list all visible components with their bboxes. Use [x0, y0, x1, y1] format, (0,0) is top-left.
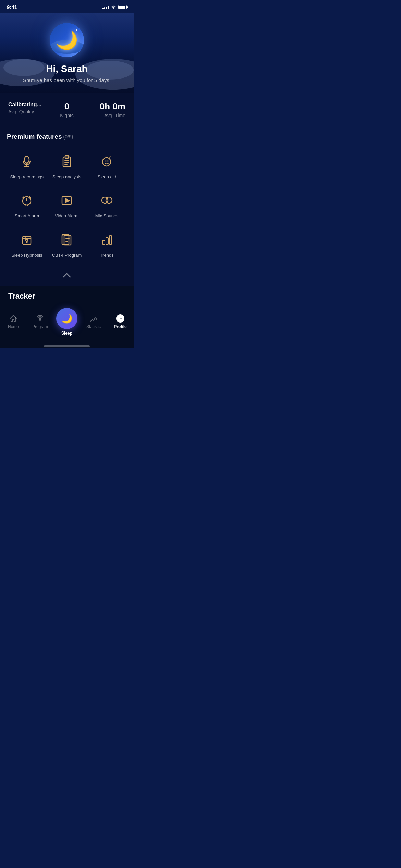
- program-book-icon: [57, 230, 76, 249]
- nav-item-home[interactable]: Home: [0, 314, 27, 329]
- program-icon: [36, 314, 44, 323]
- clipboard-icon: [57, 152, 76, 171]
- moon-image: 🌙 ✦: [50, 23, 84, 57]
- feature-cbti-program[interactable]: CBT-I Program: [47, 225, 87, 265]
- moon-container: 🌙 ✦: [0, 16, 134, 63]
- avg-time-stat: 0h 0m Avg. Time: [86, 101, 125, 118]
- feature-sleep-analysis[interactable]: Sleep analysis: [47, 147, 87, 186]
- svg-rect-29: [109, 236, 112, 244]
- greeting-title: Hi, Sarah: [0, 63, 134, 74]
- cbti-program-label: CBT-I Program: [52, 253, 82, 258]
- nights-label: Nights: [47, 113, 86, 118]
- avg-quality-label: Avg. Quality: [8, 109, 47, 114]
- home-icon: [9, 314, 17, 323]
- battery-icon: [118, 5, 127, 9]
- nav-profile-label: Profile: [114, 324, 126, 329]
- profile-icon: ···: [116, 314, 124, 323]
- feature-sleep-hypnosis[interactable]: Sleep Hypnosis: [7, 225, 47, 265]
- mix-sounds-icon: [97, 191, 117, 210]
- avg-time-value: 0h 0m: [86, 101, 125, 111]
- stats-row: Calibrating... Avg. Quality 0 Nights 0h …: [8, 101, 125, 118]
- home-indicator: [0, 342, 134, 348]
- nav-item-profile[interactable]: ··· Profile: [107, 314, 134, 329]
- premium-features-badge: (0/9): [63, 134, 73, 140]
- sleep-hypnosis-label: Sleep Hypnosis: [11, 253, 42, 258]
- moon-nav-icon: 🌙: [61, 313, 72, 324]
- bar-chart-icon: [97, 230, 117, 249]
- stats-section: Calibrating... Avg. Quality 0 Nights 0h …: [0, 93, 134, 125]
- sleep-recordings-label: Sleep recordings: [10, 174, 44, 180]
- feature-smart-alarm[interactable]: Smart Alarm: [7, 186, 47, 225]
- status-icons: [102, 4, 127, 10]
- svg-rect-21: [24, 237, 26, 239]
- svg-marker-16: [65, 198, 70, 203]
- avg-time-label: Avg. Time: [86, 113, 125, 118]
- svg-text:Z: Z: [109, 155, 111, 159]
- signal-icon: [102, 5, 109, 9]
- sleep-analysis-label: Sleep analysis: [52, 174, 81, 180]
- nights-value: 0: [47, 101, 86, 111]
- wifi-icon: [111, 4, 116, 10]
- svg-point-18: [106, 197, 112, 203]
- feature-video-alarm[interactable]: Video Alarm: [47, 186, 87, 225]
- nav-program-label: Program: [32, 324, 48, 329]
- statistic-icon: [89, 314, 98, 323]
- sleep-button[interactable]: 🌙: [56, 308, 77, 329]
- nav-item-sleep[interactable]: 🌙 Sleep: [53, 308, 80, 336]
- microphone-icon: [17, 152, 36, 171]
- feature-sleep-recordings[interactable]: Sleep recordings: [7, 147, 47, 186]
- svg-rect-27: [102, 240, 105, 244]
- feature-grid: Sleep recordings Sleep analysis: [7, 147, 127, 268]
- time: 9:41: [7, 4, 17, 10]
- trends-label: Trends: [100, 253, 114, 258]
- svg-point-0: [24, 156, 29, 163]
- nights-stat: 0 Nights: [47, 101, 86, 118]
- alarm-clock-icon: [17, 191, 36, 210]
- mix-sounds-label: Mix Sounds: [95, 213, 119, 219]
- feature-sleep-aid[interactable]: Z Sleep aid: [87, 147, 127, 186]
- greeting-subtitle: ShutEye has been with you for 5 days.: [0, 77, 134, 83]
- main-content: Premium features (0/9) Sleep recordings: [0, 125, 134, 287]
- sleeping-face-icon: Z: [97, 152, 117, 171]
- hero-section: 🌙 ✦ Hi, Sarah ShutEye has been with you …: [0, 13, 134, 93]
- greeting-section: Hi, Sarah ShutEye has been with you for …: [0, 63, 134, 83]
- bottom-nav: Home Program 🌙 Sleep Statistic ··· Profi…: [0, 304, 134, 342]
- tracker-section: Tracker: [0, 286, 134, 304]
- video-alarm-label: Video Alarm: [55, 213, 79, 219]
- nav-item-statistic[interactable]: Statistic: [80, 314, 107, 329]
- nav-item-program[interactable]: Program: [27, 314, 53, 329]
- premium-features-title: Premium features: [7, 133, 62, 141]
- avg-quality-stat: Calibrating... Avg. Quality: [8, 101, 47, 114]
- feature-mix-sounds[interactable]: Mix Sounds: [87, 186, 127, 225]
- premium-features-header: Premium features (0/9): [7, 125, 127, 147]
- nav-home-label: Home: [8, 324, 19, 329]
- tracker-title: Tracker: [8, 292, 125, 301]
- nav-statistic-label: Statistic: [86, 324, 101, 329]
- status-bar: 9:41: [0, 0, 134, 13]
- feature-trends[interactable]: Trends: [87, 225, 127, 265]
- nav-sleep-label: Sleep: [61, 331, 72, 336]
- video-play-icon: [57, 191, 76, 210]
- sleep-aid-label: Sleep aid: [98, 174, 116, 180]
- smart-alarm-label: Smart Alarm: [15, 213, 39, 219]
- music-box-icon: [17, 230, 36, 249]
- avg-quality-value: Calibrating...: [8, 101, 47, 108]
- collapse-button[interactable]: [7, 268, 127, 286]
- svg-rect-28: [106, 238, 108, 244]
